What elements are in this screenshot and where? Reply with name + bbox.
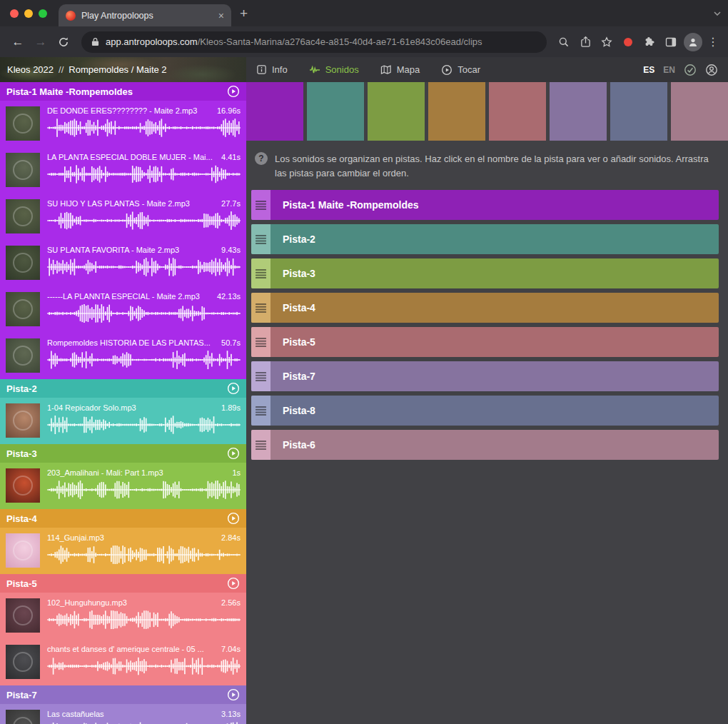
track-swatch[interactable]	[489, 82, 546, 141]
sync-check-icon[interactable]	[684, 64, 697, 76]
reload-button[interactable]	[54, 36, 73, 48]
track-swatch[interactable]	[610, 82, 667, 141]
drag-handle[interactable]	[251, 190, 271, 220]
address-bar[interactable]: app.antropoloops.com/Kleos-Santa-Marina/…	[81, 31, 547, 53]
track-swatch[interactable]	[368, 82, 425, 141]
track-name[interactable]: Pista-1 Maite -Rompemoldes	[6, 86, 133, 97]
track-swatch[interactable]	[246, 82, 303, 141]
track-row[interactable]: Pista-8	[251, 396, 719, 426]
zoom-icon[interactable]	[555, 36, 572, 48]
new-tab-button[interactable]: +	[240, 6, 248, 20]
track-name[interactable]: Pista-5	[6, 578, 37, 589]
clip-waveform[interactable]	[47, 117, 241, 139]
track-header[interactable]: Pista-3	[0, 444, 246, 463]
track-name[interactable]: Pista-2	[6, 383, 37, 394]
track-header[interactable]: Pista-4	[0, 509, 246, 528]
clip-duration: 27.7s	[221, 199, 241, 208]
clip-waveform[interactable]	[47, 479, 241, 501]
clip-waveform[interactable]	[47, 210, 241, 231]
clip-row[interactable]: Las castañuelas 3.13s	[0, 704, 246, 724]
clip-row[interactable]: 114_Gunjai.mp3 2.84s	[0, 528, 246, 574]
track-swatch[interactable]	[307, 82, 364, 141]
minimize-window-button[interactable]	[24, 9, 33, 18]
play-track-button[interactable]	[227, 512, 240, 525]
drag-handle[interactable]	[251, 224, 271, 254]
drag-handle[interactable]	[251, 258, 271, 288]
play-track-button[interactable]	[227, 85, 240, 98]
track-row[interactable]: Pista-1 Maite -Rompemoldes	[251, 190, 719, 220]
share-icon[interactable]	[577, 36, 594, 48]
track-row[interactable]: Pista-3	[251, 258, 719, 288]
track-header[interactable]: Pista-7	[0, 685, 246, 704]
browser-tab[interactable]: Play Antropoloops ×	[59, 4, 231, 26]
clip-waveform[interactable]	[47, 256, 241, 278]
drag-handle[interactable]	[251, 293, 271, 323]
tab-search-chevron-icon[interactable]	[714, 11, 721, 16]
zoom-window-button[interactable]	[39, 9, 47, 18]
track-header[interactable]: Pista-1 Maite -Rompemoldes	[0, 82, 246, 101]
track-row[interactable]: Pista-4	[251, 293, 719, 323]
drag-handle[interactable]	[251, 361, 271, 391]
clip-waveform[interactable]	[47, 414, 241, 436]
track-name[interactable]: Pista-7	[6, 690, 37, 700]
nav-item-tocar[interactable]: Tocar	[441, 64, 480, 76]
nav-item-sonidos[interactable]: Sonidos	[309, 64, 359, 76]
clip-row[interactable]: ------LA PLANNTA ESPECIAL - Maite 2.mp3 …	[0, 286, 246, 333]
tab-close-icon[interactable]: ×	[218, 10, 224, 21]
lang-en-button[interactable]: EN	[663, 65, 675, 75]
side-panel-icon[interactable]	[662, 36, 679, 48]
clip-row[interactable]: 1-04 Repicador Solo.mp3 1.89s	[0, 398, 246, 444]
clip-row[interactable]: chants et danses d' amerique centrale - …	[0, 639, 246, 685]
track-name[interactable]: Pista-4	[6, 513, 37, 524]
browser-menu-icon[interactable]: ⋮	[707, 35, 719, 49]
track-row[interactable]: Pista-6	[251, 430, 719, 460]
account-icon[interactable]	[705, 64, 718, 76]
track-row[interactable]: Pista-5	[251, 327, 719, 357]
record-extension-icon[interactable]	[620, 38, 637, 46]
back-button[interactable]: ←	[9, 35, 27, 49]
clip-waveform[interactable]	[47, 609, 241, 630]
nav-item-mapa[interactable]: Mapa	[380, 64, 420, 75]
track-row-label: Pista-6	[271, 439, 315, 451]
clip-waveform[interactable]	[47, 720, 241, 724]
track-header[interactable]: Pista-5	[0, 574, 246, 593]
nav-label-mapa: Mapa	[397, 64, 420, 75]
extensions-puzzle-icon[interactable]	[641, 36, 658, 48]
play-track-button[interactable]	[227, 577, 240, 590]
play-track-button[interactable]	[227, 688, 240, 701]
close-window-button[interactable]	[10, 9, 19, 18]
drag-handle[interactable]	[251, 396, 271, 426]
play-track-button[interactable]	[227, 447, 240, 460]
clip-row[interactable]: SU PLANTA FAVORITA - Maite 2.mp3 9.43s	[0, 240, 246, 286]
clip-title: SU PLANTA FAVORITA - Maite 2.mp3	[47, 246, 218, 254]
track-name[interactable]: Pista-3	[6, 448, 37, 459]
track-swatch[interactable]	[671, 82, 728, 141]
track-swatch[interactable]	[550, 82, 607, 141]
clip-waveform[interactable]	[47, 655, 241, 677]
bookmark-star-icon[interactable]	[598, 36, 615, 48]
track-header[interactable]: Pista-2	[0, 379, 246, 398]
clip-row[interactable]: LA PLANTA ESPECIAL DOBLE MUJER - Mai... …	[0, 147, 246, 193]
profile-avatar[interactable]	[684, 33, 702, 51]
clip-waveform[interactable]	[47, 349, 241, 371]
track-swatch[interactable]	[428, 82, 485, 141]
clip-waveform[interactable]	[47, 303, 241, 324]
lang-es-button[interactable]: ES	[643, 65, 654, 75]
app-nav: Info Sonidos Mapa	[246, 57, 728, 82]
clip-row[interactable]: DE DONDE ERES???????? - Maite 2.mp3 16.9…	[0, 101, 246, 147]
play-track-button[interactable]	[227, 382, 240, 395]
clip-row[interactable]: 102_Hunguhungu.mp3 2.56s	[0, 593, 246, 639]
drag-handle[interactable]	[251, 430, 271, 460]
forward-button[interactable]: →	[31, 35, 50, 49]
drag-handle[interactable]	[251, 327, 271, 357]
breadcrumb-project[interactable]: Kleos 2022	[7, 64, 54, 75]
clip-waveform[interactable]	[47, 544, 241, 565]
clip-row[interactable]: 203_Amalihani - Mali: Part 1.mp3 1s	[0, 463, 246, 509]
track-row[interactable]: Pista-7	[251, 361, 719, 391]
nav-item-info[interactable]: Info	[256, 64, 288, 75]
clip-row[interactable]: Rompemoldes HISTORIA DE LAS PLANTAS... 5…	[0, 333, 246, 379]
clip-row[interactable]: SU HIJO Y LAS PLANTAS - Maite 2.mp3 27.7…	[0, 193, 246, 240]
clip-waveform[interactable]	[47, 164, 241, 185]
breadcrumb-path[interactable]: Rompemoldes / Maite 2	[69, 64, 166, 75]
track-row[interactable]: Pista-2	[251, 224, 719, 254]
